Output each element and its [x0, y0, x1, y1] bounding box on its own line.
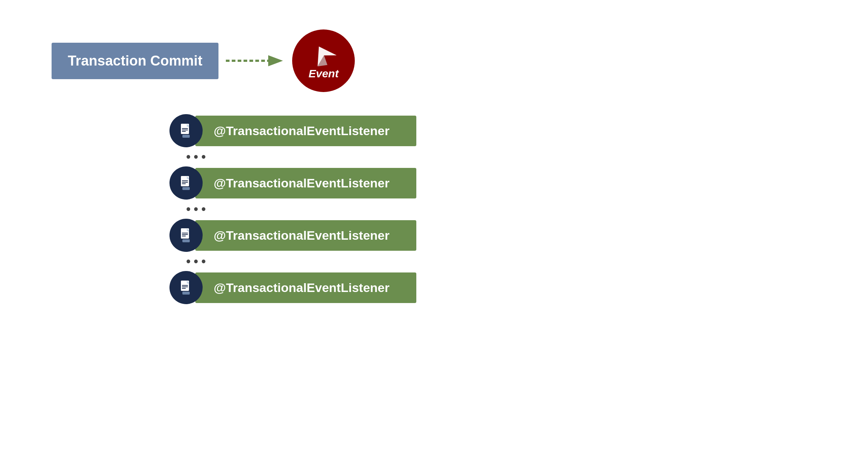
arrow-container: [226, 50, 285, 72]
document-icon-1: [178, 122, 195, 139]
listener-icon-3: [169, 219, 203, 252]
listener-bar-3: @TransactionalEventListener: [195, 220, 416, 251]
document-icon-4: [178, 279, 195, 296]
listener-row-2: @TransactionalEventListener: [169, 166, 416, 200]
listener-row-3: @TransactionalEventListener: [169, 219, 416, 252]
svg-rect-15: [182, 187, 190, 190]
document-icon-3: [178, 227, 195, 244]
diagram-container: Transaction Commit Event: [52, 29, 416, 304]
transaction-commit-box: Transaction Commit: [52, 43, 218, 79]
svg-marker-1: [268, 55, 283, 66]
document-icon-2: [178, 175, 195, 191]
listener-row-1: @TransactionalEventListener: [169, 114, 416, 147]
svg-rect-21: [182, 239, 190, 242]
arrow-icon: [226, 50, 285, 72]
listener-icon-1: [169, 114, 203, 147]
listener-icon-4: [169, 271, 203, 304]
svg-rect-27: [182, 292, 190, 295]
dots-1: •••: [186, 151, 209, 163]
top-row: Transaction Commit Event: [52, 29, 355, 92]
paper-plane-icon: [311, 42, 336, 67]
event-label: Event: [308, 67, 339, 80]
svg-rect-9: [182, 135, 190, 138]
dots-2: •••: [186, 203, 209, 215]
listener-bar-1: @TransactionalEventListener: [195, 116, 416, 146]
event-circle: Event: [292, 29, 355, 92]
listeners-container: @TransactionalEventListener ••• @Transac…: [169, 114, 416, 304]
listener-bar-4: @TransactionalEventListener: [195, 272, 416, 303]
dots-3: •••: [186, 256, 209, 267]
listener-icon-2: [169, 166, 203, 200]
listener-bar-2: @TransactionalEventListener: [195, 168, 416, 198]
listener-row-4: @TransactionalEventListener: [169, 271, 416, 304]
